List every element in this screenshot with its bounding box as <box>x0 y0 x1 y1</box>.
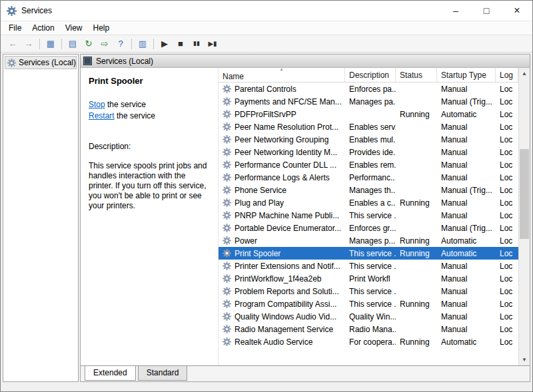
help-button[interactable]: ? <box>113 37 128 51</box>
show-action-pane-button[interactable]: ▥ <box>135 37 150 51</box>
menu-action[interactable]: Action <box>27 21 59 35</box>
scroll-down-button[interactable]: ▼ <box>519 354 530 365</box>
column-header-status[interactable]: Status <box>396 68 437 82</box>
service-name: Quality Windows Audio Vid... <box>235 312 336 321</box>
table-row[interactable]: Performance Logs & AlertsPerformanc...Ma… <box>219 171 518 184</box>
service-startup-type: Manual <box>437 85 496 94</box>
scrollbar-track[interactable] <box>519 79 530 354</box>
column-header-name[interactable]: ▲ Name <box>219 68 345 82</box>
table-row[interactable]: Parental ControlsEnforces pa...ManualLoc <box>219 83 518 95</box>
service-startup-type: Manual (Trig... <box>437 224 496 233</box>
service-name: Performance Logs & Alerts <box>235 173 330 182</box>
table-row[interactable]: Print SpoolerThis service ...RunningAuto… <box>219 247 518 260</box>
table-row[interactable]: Problem Reports and Soluti...This servic… <box>219 285 518 297</box>
minimize-button[interactable]: – <box>440 1 471 21</box>
service-name-cell: PNRP Machine Name Publi... <box>219 211 345 220</box>
toolbar-separator <box>61 39 62 49</box>
menu-help[interactable]: Help <box>88 21 115 35</box>
table-row[interactable]: Program Compatibility Assi...This servic… <box>219 297 518 310</box>
forward-button[interactable]: → <box>21 37 36 51</box>
column-header-startup-type[interactable]: Startup Type <box>437 68 496 82</box>
service-log-on-as: Loc <box>496 211 518 220</box>
service-startup-type: Manual <box>437 160 496 170</box>
table-row[interactable]: PowerManages p...RunningAutomaticLoc <box>219 234 518 247</box>
service-log-on-as: Loc <box>496 287 518 296</box>
service-gear-icon <box>223 135 231 144</box>
service-startup-type: Automatic <box>437 110 496 119</box>
back-button[interactable]: ← <box>5 37 20 51</box>
table-row[interactable]: Payments and NFC/SE Man...Manages pa...M… <box>219 95 518 108</box>
service-gear-icon <box>223 85 231 93</box>
service-startup-type: Manual <box>437 211 496 220</box>
service-description: Enables rem... <box>345 160 396 170</box>
service-gear-icon <box>223 262 231 270</box>
service-startup-type: Manual <box>437 198 496 208</box>
toolbar-separator <box>39 39 40 49</box>
table-row[interactable]: Radio Management ServiceRadio Mana...Man… <box>219 323 518 335</box>
vertical-scrollbar[interactable]: ▲ ▼ <box>518 68 530 365</box>
service-log-on-as: Loc <box>496 198 518 208</box>
service-log-on-as: Loc <box>496 312 518 321</box>
restart-service-button[interactable]: ▶▮ <box>205 37 220 51</box>
table-row[interactable]: PNRP Machine Name Publi...This service .… <box>219 209 518 222</box>
export-list-icon: ⇨ <box>101 39 109 48</box>
service-status: Running <box>396 236 437 246</box>
column-header-description[interactable]: Description <box>345 68 396 82</box>
console-icon <box>83 57 92 65</box>
start-service-button[interactable]: ▶ <box>157 37 172 51</box>
scrollbar-thumb[interactable] <box>520 149 529 239</box>
service-status: Running <box>396 198 437 208</box>
services-window: Services – □ × FileActionViewHelp ←→▦▤↻⇨… <box>0 0 533 392</box>
scroll-up-button[interactable]: ▲ <box>519 68 530 79</box>
pause-service-button[interactable]: ▮▮ <box>189 37 204 51</box>
table-row[interactable]: Plug and PlayEnables a c...RunningManual… <box>219 196 518 209</box>
table-row[interactable]: Portable Device Enumerator...Enforces gr… <box>219 222 518 234</box>
toolbar: ←→▦▤↻⇨?▥▶■▮▮▶▮ <box>1 35 532 53</box>
table-row[interactable]: Performance Counter DLL ...Enables rem..… <box>219 158 518 171</box>
service-name-cell: Peer Networking Identity M... <box>219 148 345 157</box>
stop-service-link[interactable]: Stop <box>89 100 105 109</box>
properties-button[interactable]: ▤ <box>65 37 80 51</box>
service-description: Enables a c... <box>345 198 396 208</box>
close-button[interactable]: × <box>502 1 532 21</box>
table-row[interactable]: Realtek Audio ServiceFor coopera...Runni… <box>219 335 518 348</box>
service-gear-icon <box>223 198 231 207</box>
service-startup-type: Manual (Trig... <box>437 186 496 195</box>
service-description: This service ... <box>345 262 396 271</box>
table-row[interactable]: Quality Windows Audio Vid...Quality Win.… <box>219 310 518 323</box>
description-label: Description: <box>89 142 211 151</box>
service-name: Radio Management Service <box>235 325 333 334</box>
show-action-pane-icon: ▥ <box>139 39 147 48</box>
table-row[interactable]: Peer Networking GroupingEnables mul...Ma… <box>219 133 518 146</box>
stop-service-button[interactable]: ■ <box>173 37 188 51</box>
restart-service-link[interactable]: Restart <box>89 111 115 120</box>
service-startup-type: Manual <box>437 262 496 271</box>
service-startup-type: Manual <box>437 173 496 182</box>
table-row[interactable]: Peer Name Resolution Prot...Enables serv… <box>219 120 518 133</box>
service-name: Parental Controls <box>235 85 296 94</box>
menu-view[interactable]: View <box>60 21 88 35</box>
service-log-on-as: Loc <box>496 337 518 347</box>
tab-extended[interactable]: Extended <box>85 366 136 381</box>
description-text: This service spools print jobs and handl… <box>89 161 211 211</box>
service-log-on-as: Loc <box>496 160 518 170</box>
menu-file[interactable]: File <box>3 21 27 35</box>
show-console-tree-button[interactable]: ▦ <box>43 37 58 51</box>
maximize-button[interactable]: □ <box>471 1 502 21</box>
table-row[interactable]: PrintWorkflow_1f4ea2ebPrint WorkflManual… <box>219 272 518 285</box>
table-row[interactable]: Phone ServiceManages th...Manual (Trig..… <box>219 184 518 196</box>
result-panel: Services (Local) Print Spooler Stop the … <box>80 54 530 382</box>
service-startup-type: Manual <box>437 312 496 321</box>
column-header-log-on-as[interactable]: Log <box>496 68 518 82</box>
table-row[interactable]: Printer Extensions and Notif...This serv… <box>219 260 518 272</box>
export-list-button[interactable]: ⇨ <box>97 37 112 51</box>
service-detail-pane: Print Spooler Stop the service Restart t… <box>81 68 218 365</box>
table-row[interactable]: Peer Networking Identity M...Provides id… <box>219 146 518 158</box>
table-row[interactable]: PDFProFiltSrvPPRunningAutomaticLoc <box>219 108 518 120</box>
tab-standard[interactable]: Standard <box>138 366 188 381</box>
list-header: ▲ Name Description Status Startup Type L… <box>219 68 518 83</box>
tree-item-services-local[interactable]: Services (Local) <box>5 56 77 69</box>
service-name-cell: Quality Windows Audio Vid... <box>219 312 345 321</box>
refresh-button[interactable]: ↻ <box>81 37 96 51</box>
service-description: Enables mul... <box>345 135 396 144</box>
